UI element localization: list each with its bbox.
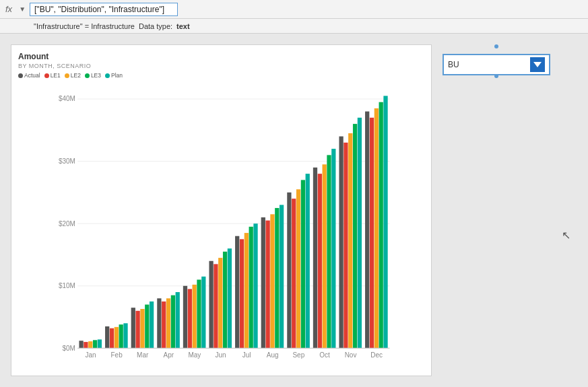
svg-rect-62 <box>306 174 310 348</box>
data-type-value: text <box>176 22 190 30</box>
svg-rect-14 <box>98 339 102 348</box>
svg-rect-20 <box>123 323 127 348</box>
svg-rect-76 <box>365 112 369 349</box>
svg-rect-80 <box>383 96 387 348</box>
svg-rect-77 <box>370 118 374 349</box>
svg-rect-74 <box>358 118 362 349</box>
main-content: Amount BY MONTH, SCENARIO ActualLE1LE2LE… <box>0 34 588 387</box>
svg-rect-17 <box>110 328 114 349</box>
slicer-dropdown-button[interactable] <box>530 57 545 72</box>
svg-rect-18 <box>115 327 119 348</box>
svg-rect-12 <box>88 341 92 348</box>
svg-rect-37 <box>197 280 201 349</box>
svg-text:$0M: $0M <box>62 345 75 352</box>
svg-text:Apr: Apr <box>164 351 174 359</box>
slicer-value: BU <box>448 60 459 69</box>
fx-arrow: ▼ <box>19 5 26 13</box>
svg-rect-48 <box>244 233 249 348</box>
svg-rect-30 <box>166 298 170 348</box>
svg-rect-59 <box>292 199 296 348</box>
svg-rect-23 <box>135 311 139 349</box>
right-panel: BU ↖ <box>443 44 577 376</box>
svg-text:Jun: Jun <box>215 351 226 359</box>
svg-rect-44 <box>228 248 232 348</box>
chart-subtitle: BY MONTH, SCENARIO <box>18 63 424 69</box>
chart-legend: ActualLE1LE2LE3Plan <box>18 72 424 79</box>
svg-text:Oct: Oct <box>319 351 330 359</box>
svg-text:May: May <box>188 351 201 359</box>
svg-rect-24 <box>140 309 144 348</box>
data-type-label: Data type: <box>139 22 172 30</box>
svg-rect-64 <box>313 168 317 348</box>
svg-rect-52 <box>261 217 265 348</box>
svg-rect-38 <box>201 277 205 348</box>
svg-rect-56 <box>280 205 284 348</box>
svg-rect-47 <box>240 239 244 348</box>
svg-rect-55 <box>275 208 279 348</box>
svg-rect-58 <box>287 192 291 348</box>
slicer-dropdown[interactable]: BU <box>443 54 550 75</box>
svg-text:Mar: Mar <box>137 351 149 359</box>
svg-rect-11 <box>84 342 88 348</box>
legend-item: Plan <box>105 72 123 79</box>
slicer-handle-top <box>494 44 498 48</box>
svg-text:$30M: $30M <box>59 157 75 165</box>
fx-label: fx <box>5 4 12 14</box>
svg-text:Sep: Sep <box>292 351 304 359</box>
svg-rect-61 <box>301 180 305 348</box>
svg-rect-50 <box>253 223 257 348</box>
svg-rect-66 <box>323 164 327 348</box>
svg-text:$40M: $40M <box>59 95 75 102</box>
svg-rect-25 <box>145 305 149 349</box>
svg-text:$20M: $20M <box>59 220 75 227</box>
legend-item: Actual <box>18 72 40 79</box>
svg-rect-29 <box>162 302 166 348</box>
svg-rect-40 <box>209 261 213 349</box>
chart-title: Amount <box>18 52 424 61</box>
formula-bar: fx ▼ ["BU", "Distribution", "Infrastruct… <box>0 0 588 19</box>
filter-info-bar: "Infrastructure" = Infrastructure Data t… <box>0 19 588 34</box>
svg-rect-68 <box>331 149 335 348</box>
svg-text:Jul: Jul <box>242 351 251 359</box>
svg-rect-67 <box>327 155 331 348</box>
svg-rect-42 <box>218 258 222 348</box>
svg-text:Feb: Feb <box>111 351 123 359</box>
svg-marker-83 <box>533 62 542 67</box>
legend-item: LE3 <box>85 72 101 79</box>
slicer-wrapper: BU <box>443 47 550 75</box>
svg-rect-60 <box>296 189 300 348</box>
filter-info-label: "Infrastructure" = Infrastructure <box>34 22 135 30</box>
svg-rect-26 <box>150 302 154 348</box>
svg-rect-36 <box>193 285 197 348</box>
chart-panel: Amount BY MONTH, SCENARIO ActualLE1LE2LE… <box>11 44 432 376</box>
svg-rect-16 <box>105 326 109 348</box>
svg-rect-54 <box>270 214 274 348</box>
svg-text:$10M: $10M <box>59 282 75 289</box>
svg-rect-10 <box>79 341 83 348</box>
formula-input[interactable]: ["BU", "Distribution", "Infrastructure"] <box>30 3 178 16</box>
chart-container: $0M$10M$20M$30M$40MJanFebMarAprMayJunJul… <box>18 83 424 359</box>
svg-rect-19 <box>119 324 123 348</box>
svg-rect-28 <box>157 298 161 348</box>
svg-rect-73 <box>353 124 357 348</box>
svg-rect-32 <box>176 292 180 348</box>
svg-rect-49 <box>249 227 253 349</box>
svg-rect-65 <box>318 174 322 348</box>
svg-rect-46 <box>235 236 239 349</box>
svg-rect-41 <box>214 264 218 348</box>
svg-rect-53 <box>265 221 269 349</box>
svg-rect-13 <box>93 340 97 348</box>
svg-rect-70 <box>339 137 343 349</box>
svg-rect-72 <box>348 133 352 348</box>
cursor-indicator: ↖ <box>562 229 570 242</box>
svg-rect-71 <box>344 143 348 348</box>
svg-rect-78 <box>374 108 379 348</box>
svg-rect-34 <box>183 286 187 349</box>
svg-text:Nov: Nov <box>345 351 357 359</box>
svg-text:Aug: Aug <box>267 351 279 359</box>
svg-rect-31 <box>171 295 175 349</box>
svg-rect-35 <box>188 289 192 348</box>
legend-item: LE2 <box>65 72 81 79</box>
slicer-handle-bottom <box>494 74 498 78</box>
svg-text:Jan: Jan <box>85 351 96 359</box>
